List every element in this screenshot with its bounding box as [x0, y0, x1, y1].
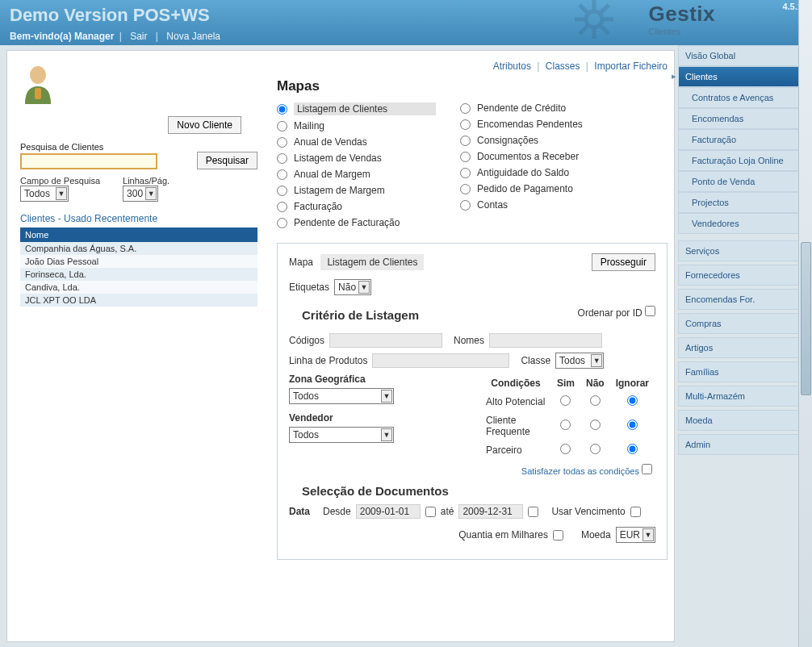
- report-radio-label: Listagem de Vendas: [294, 152, 382, 164]
- date-to-checkbox[interactable]: [528, 507, 538, 517]
- report-radio-item[interactable]: Pedido de Pagamento: [460, 183, 583, 194]
- new-client-button[interactable]: Novo Cliente: [168, 116, 241, 134]
- chevron-down-icon[interactable]: ▼: [381, 428, 392, 441]
- date-from-input[interactable]: 2009-01-01: [356, 504, 421, 519]
- report-radio[interactable]: [277, 202, 287, 212]
- sidebar-item[interactable]: Famílias: [678, 361, 809, 382]
- condition-radio-nao[interactable]: [590, 444, 601, 454]
- recent-client-row[interactable]: João Dias Pessoal: [20, 255, 257, 268]
- report-radio-item[interactable]: Antiguidade do Saldo: [460, 167, 583, 178]
- sidebar-item[interactable]: Visão Global: [678, 45, 809, 66]
- new-window-link[interactable]: Nova Janela: [166, 31, 220, 42]
- sidebar-item[interactable]: Encomendas For.: [678, 289, 809, 310]
- recent-client-row[interactable]: Candiva, Lda.: [20, 281, 257, 294]
- sidebar-item[interactable]: Facturação: [678, 129, 809, 150]
- condition-radio-ignorar[interactable]: [627, 420, 638, 430]
- report-radio-item[interactable]: Listagem de Margem: [277, 185, 436, 196]
- window-scrollbar[interactable]: [798, 0, 812, 647]
- chevron-down-icon[interactable]: ▼: [381, 390, 392, 403]
- sidebar-item[interactable]: Ponto de Venda: [678, 171, 809, 192]
- condition-radio-ignorar[interactable]: [627, 444, 638, 454]
- condition-radio-ignorar[interactable]: [627, 395, 638, 406]
- report-radio[interactable]: [277, 137, 287, 148]
- report-radio[interactable]: [460, 136, 471, 146]
- report-radio-item[interactable]: Anual de Margem: [277, 169, 436, 180]
- chevron-down-icon[interactable]: ▼: [56, 187, 67, 200]
- recent-client-row[interactable]: Forinseca, Lda.: [20, 268, 257, 281]
- condition-radio-nao[interactable]: [590, 420, 601, 430]
- satisfy-all-label: Satisfazer todas as condições: [521, 466, 639, 476]
- report-radio-item[interactable]: Mailing: [277, 120, 436, 131]
- currency-label: Moeda: [581, 529, 611, 541]
- report-radio[interactable]: [277, 169, 287, 180]
- report-radio-item[interactable]: Anual de Vendas: [277, 136, 436, 148]
- recent-client-row[interactable]: JCL XPT OO LDA: [20, 294, 257, 307]
- names-input[interactable]: [489, 333, 602, 348]
- proceed-button[interactable]: Prosseguir: [592, 253, 655, 271]
- sidebar-item[interactable]: Artigos: [678, 337, 809, 358]
- sidebar-item[interactable]: Admin: [678, 434, 809, 455]
- svg-point-1: [30, 66, 46, 84]
- sidebar-item[interactable]: Moeda: [678, 410, 809, 431]
- report-radio[interactable]: [277, 104, 287, 115]
- logout-link[interactable]: Sair: [130, 31, 147, 42]
- report-radio-item[interactable]: Listagem de Vendas: [277, 152, 436, 164]
- sidebar-item[interactable]: Clientes: [678, 66, 809, 87]
- geo-zone-select[interactable]: Todos: [289, 388, 394, 404]
- sidebar-item[interactable]: Vendedores: [678, 213, 809, 234]
- report-radio-item[interactable]: Listagem de Clientes: [277, 102, 436, 115]
- use-due-date-checkbox[interactable]: [630, 507, 641, 517]
- search-input[interactable]: [20, 153, 157, 169]
- condition-radio-sim[interactable]: [560, 444, 571, 454]
- sidebar-item[interactable]: Multi-Armazém: [678, 386, 809, 407]
- codes-input[interactable]: [329, 333, 442, 348]
- report-radio-item[interactable]: Documentos a Receber: [460, 151, 583, 162]
- report-radio-item[interactable]: Consignações: [460, 135, 583, 146]
- classes-link[interactable]: Classes: [546, 61, 580, 72]
- date-from-checkbox[interactable]: [425, 507, 436, 517]
- search-button[interactable]: Pesquisar: [197, 152, 257, 169]
- sidebar-item[interactable]: Facturação Loja Online: [678, 150, 809, 171]
- report-radio[interactable]: [460, 103, 471, 114]
- report-radio-item[interactable]: Pendente de Facturação: [277, 217, 436, 228]
- chevron-down-icon[interactable]: ▼: [358, 281, 370, 294]
- sidebar-item[interactable]: Projectos: [678, 192, 809, 213]
- report-radio-item[interactable]: Pendente de Crédito: [460, 102, 583, 114]
- report-radio[interactable]: [277, 218, 287, 228]
- report-radio-item[interactable]: Contas: [460, 199, 583, 211]
- sidebar-item[interactable]: Fornecedores: [678, 265, 809, 286]
- sidebar-item[interactable]: Compras: [678, 313, 809, 334]
- attributes-link[interactable]: Atributos: [493, 61, 531, 72]
- satisfy-all-checkbox[interactable]: [642, 464, 652, 474]
- salesperson-select[interactable]: Todos: [289, 427, 394, 443]
- report-radio[interactable]: [460, 184, 471, 194]
- product-line-input[interactable]: [372, 353, 509, 368]
- sidebar-item[interactable]: Serviços: [678, 240, 809, 261]
- condition-radio-nao[interactable]: [590, 395, 601, 406]
- date-to-input[interactable]: 2009-12-31: [458, 504, 523, 519]
- report-radio-item[interactable]: Facturação: [277, 201, 436, 212]
- report-radio[interactable]: [277, 153, 287, 164]
- sidebar-item[interactable]: Contratos e Avenças: [678, 87, 809, 108]
- report-radio[interactable]: [460, 168, 471, 178]
- chevron-down-icon[interactable]: ▼: [145, 187, 157, 200]
- chevron-down-icon[interactable]: ▼: [642, 528, 654, 541]
- condition-radio-sim[interactable]: [560, 420, 571, 430]
- report-radio-label: Listagem de Margem: [294, 185, 385, 196]
- recent-client-row[interactable]: Companhia das Águas, S.A.: [20, 242, 257, 255]
- listing-criteria-heading: Critério de Listagem: [302, 308, 419, 322]
- order-by-id-checkbox[interactable]: [645, 306, 655, 316]
- scrollbar-thumb[interactable]: [801, 242, 811, 395]
- import-file-link[interactable]: Importar Ficheiro: [594, 61, 668, 72]
- report-radio[interactable]: [277, 186, 287, 196]
- chevron-down-icon[interactable]: ▼: [591, 354, 602, 367]
- report-radio[interactable]: [460, 152, 471, 162]
- report-radio-item[interactable]: Encomendas Pendentes: [460, 119, 583, 130]
- amount-thousands-checkbox[interactable]: [553, 530, 563, 541]
- sidebar-item[interactable]: Encomendas: [678, 108, 809, 129]
- cond-yes-header: Sim: [552, 375, 580, 391]
- report-radio[interactable]: [277, 121, 287, 131]
- report-radio[interactable]: [460, 200, 471, 211]
- report-radio[interactable]: [460, 119, 471, 130]
- condition-radio-sim[interactable]: [560, 395, 571, 406]
